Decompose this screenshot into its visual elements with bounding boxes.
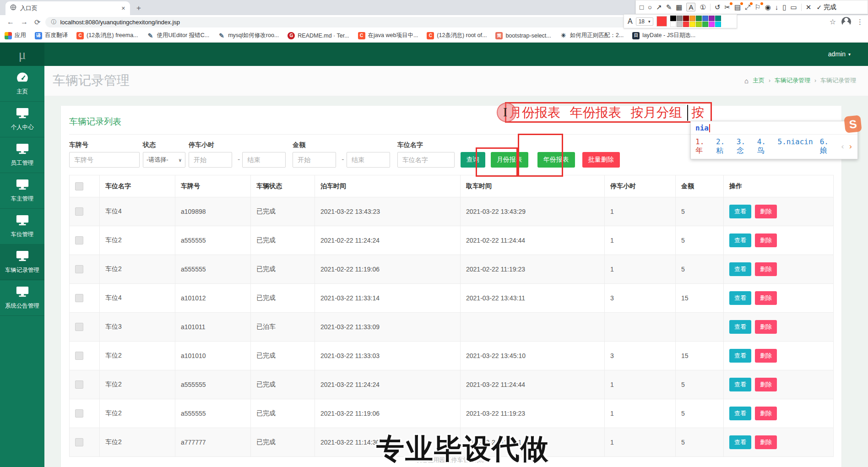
delete-button[interactable]: 删除 (755, 291, 777, 305)
record-tool[interactable]: ◉ (765, 4, 771, 11)
undo-tool[interactable]: ↺ (715, 4, 721, 11)
view-button[interactable]: 查看 (729, 378, 751, 391)
done-button[interactable]: ✓完成 (816, 3, 836, 11)
view-button[interactable]: 查看 (729, 407, 751, 420)
palette-swatch[interactable] (709, 16, 715, 21)
spot-input[interactable] (397, 152, 455, 168)
palette-swatch[interactable] (670, 22, 676, 27)
browser-tab[interactable]: 入口页 ✕ (5, 1, 130, 15)
palette-swatch[interactable] (702, 16, 708, 21)
bookmark-item[interactable]: ✎mysql如何修改roo... (218, 32, 279, 39)
palette-swatch[interactable] (715, 16, 721, 21)
sidebar-item-员工管理[interactable]: 员工管理 (0, 137, 44, 173)
plate-input[interactable] (69, 152, 140, 168)
breadcrumb-home[interactable]: 主页 (753, 76, 765, 85)
hours-end-input[interactable] (242, 152, 286, 168)
ime-candidate[interactable]: 5.niacin (778, 137, 813, 156)
view-button[interactable]: 查看 (729, 435, 751, 449)
step-number-tool[interactable]: ① (700, 4, 705, 11)
rect-tool[interactable]: □ (640, 4, 644, 11)
palette-swatch[interactable] (715, 22, 721, 27)
sidebar-item-主页[interactable]: 主页 (0, 66, 44, 102)
profile-avatar[interactable] (841, 17, 851, 27)
site-info-icon[interactable]: ⓘ (51, 18, 56, 26)
hours-start-input[interactable] (189, 152, 232, 168)
new-tab-button[interactable]: + (136, 4, 141, 15)
ime-candidate[interactable]: 3.念 (737, 137, 750, 156)
phone-tool[interactable]: ▯ (782, 4, 786, 11)
ime-next-icon[interactable]: › (848, 142, 853, 151)
pin-tool[interactable]: ⚐ (754, 4, 760, 11)
view-button[interactable]: 查看 (729, 349, 751, 363)
palette-swatch[interactable] (683, 22, 689, 27)
font-size-select[interactable]: 18 ▾ (636, 17, 653, 26)
view-button[interactable]: 查看 (729, 320, 751, 334)
palette-swatch[interactable] (689, 16, 695, 21)
row-checkbox[interactable] (75, 409, 83, 418)
sidebar-item-系统公告管理[interactable]: 系统公告管理 (0, 280, 44, 316)
ime-candidate[interactable]: 6.娘 (820, 137, 834, 156)
browser-menu-icon[interactable]: ⋮ (857, 18, 863, 26)
bookmark-item[interactable]: 日layDate - JS日期选... (632, 32, 695, 39)
bookmark-item[interactable]: GREADME.md · Ter... (288, 32, 349, 39)
bookmark-item[interactable]: 应用 (5, 32, 26, 39)
amount-start-input[interactable] (293, 152, 336, 168)
bookmark-item[interactable]: C在java web项目中... (358, 32, 418, 39)
row-checkbox[interactable] (75, 323, 83, 331)
amount-end-input[interactable] (347, 152, 390, 168)
cut-tool[interactable]: ✂ (725, 4, 731, 11)
view-button[interactable]: 查看 (729, 205, 751, 218)
back-icon[interactable]: ← (7, 18, 14, 26)
row-checkbox[interactable] (75, 236, 83, 244)
palette-swatch[interactable] (702, 22, 708, 27)
breadcrumb-parent[interactable]: 车辆记录管理 (775, 76, 810, 85)
view-button[interactable]: 查看 (729, 291, 751, 305)
bookmark-item[interactable]: 简bootstrap-select... (495, 32, 551, 39)
text-tool[interactable]: A (686, 3, 695, 11)
ime-prev-icon[interactable]: ‹ (841, 142, 845, 151)
palette-swatch[interactable] (670, 16, 676, 21)
row-checkbox[interactable] (75, 294, 83, 302)
forward-icon[interactable]: → (21, 18, 28, 26)
sidebar-item-车主管理[interactable]: 车主管理 (0, 173, 44, 209)
ime-candidate[interactable]: 1.年 (695, 137, 709, 156)
mosaic-tool[interactable]: ▦ (676, 4, 682, 11)
ime-candidate[interactable]: 4.鸟 (757, 137, 771, 156)
select-all-checkbox[interactable] (75, 182, 83, 190)
palette-swatch[interactable] (677, 16, 683, 21)
bookmark-tool[interactable]: ▭ (791, 4, 797, 11)
palette-swatch[interactable] (677, 22, 683, 27)
row-checkbox[interactable] (75, 352, 83, 360)
sidebar-item-车位管理[interactable]: 车位管理 (0, 209, 44, 244)
bookmark-star-icon[interactable]: ☆ (830, 17, 836, 26)
bookmark-item[interactable]: ✳如何用正则匹配：2... (560, 32, 624, 39)
tab-close-icon[interactable]: ✕ (121, 5, 125, 11)
delete-button[interactable]: 删除 (755, 378, 777, 391)
palette-swatch[interactable] (696, 22, 702, 27)
palette-swatch[interactable] (696, 16, 702, 21)
palette-swatch[interactable] (683, 16, 689, 21)
bookmark-item[interactable]: C(12条消息) root of... (427, 32, 487, 39)
palette-swatch[interactable] (709, 22, 715, 27)
row-checkbox[interactable] (75, 265, 83, 273)
user-menu[interactable]: admin ▾ (828, 50, 851, 58)
delete-button[interactable]: 删除 (755, 320, 777, 334)
close-tool[interactable]: ✕ (806, 4, 812, 11)
bookmark-item[interactable]: ✎使用UEditor 报错C... (147, 32, 210, 39)
row-checkbox[interactable] (75, 207, 83, 216)
palette-swatch[interactable] (689, 22, 695, 27)
arrow-tool[interactable]: ↗ (656, 4, 662, 11)
delete-button[interactable]: 删除 (755, 435, 777, 449)
view-button[interactable]: 查看 (729, 234, 751, 247)
status-select[interactable]: -请选择- ∨ (143, 152, 185, 168)
delete-button[interactable]: 删除 (755, 205, 777, 218)
view-button[interactable]: 查看 (729, 262, 751, 276)
row-checkbox[interactable] (75, 380, 83, 389)
resize-tool[interactable]: ⤢ (745, 4, 750, 11)
ellipse-tool[interactable]: ○ (648, 4, 652, 11)
url-field[interactable]: ⓘ localhost:8080/yuanqutingchexitong/ind… (45, 17, 628, 27)
bookmark-item[interactable]: C(12条消息) freema... (76, 32, 138, 39)
pen-tool[interactable]: ✎ (666, 4, 672, 11)
download-tool[interactable]: ↓ (775, 4, 779, 11)
ocr-tool[interactable]: ▤ (734, 4, 741, 11)
